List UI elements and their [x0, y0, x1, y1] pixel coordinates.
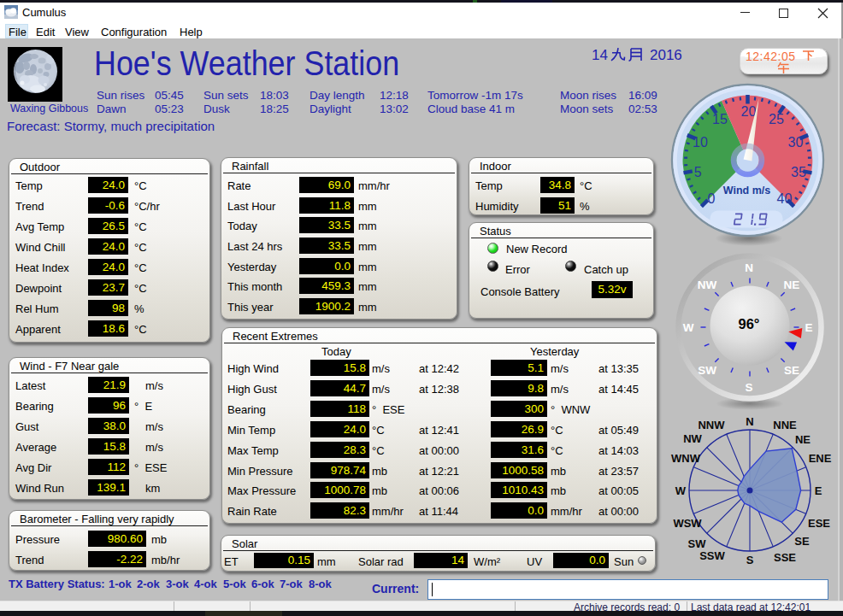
- svg-text:W: W: [675, 484, 687, 497]
- svg-text:SSE: SSE: [774, 551, 796, 564]
- svg-text:E: E: [815, 484, 822, 497]
- svg-text:SE: SE: [784, 364, 799, 377]
- svg-text:35: 35: [791, 165, 806, 179]
- svg-text:25: 25: [769, 112, 784, 126]
- svg-text:WNW: WNW: [671, 452, 701, 465]
- svg-text:N: N: [746, 415, 753, 428]
- svg-text:NW: NW: [698, 279, 717, 291]
- svg-text:NE: NE: [784, 279, 800, 291]
- svg-text:W: W: [683, 321, 694, 334]
- svg-text:10: 10: [693, 135, 708, 150]
- svg-text:ESE: ESE: [808, 517, 830, 530]
- svg-text:SSW: SSW: [699, 549, 725, 562]
- svg-text:SW: SW: [688, 537, 707, 550]
- svg-text:S: S: [745, 381, 752, 394]
- svg-text:Wind m/s: Wind m/s: [722, 185, 769, 197]
- svg-text:NE: NE: [795, 433, 811, 446]
- svg-text:SW: SW: [698, 364, 716, 377]
- svg-text:0: 0: [707, 191, 715, 206]
- svg-text:15: 15: [712, 112, 728, 126]
- svg-text:96°: 96°: [739, 316, 760, 331]
- svg-text:5: 5: [693, 165, 701, 179]
- svg-text:NNE: NNE: [773, 419, 797, 431]
- svg-text:S: S: [746, 554, 754, 566]
- svg-text:20: 20: [740, 104, 756, 119]
- svg-text:30: 30: [787, 135, 803, 150]
- svg-text:WSW: WSW: [673, 517, 702, 530]
- svg-text:NNW: NNW: [698, 419, 725, 431]
- svg-text:NW: NW: [683, 432, 702, 445]
- svg-text:N: N: [745, 261, 753, 274]
- svg-text:SE: SE: [794, 535, 810, 548]
- svg-text:40: 40: [776, 191, 792, 206]
- svg-text:ENE: ENE: [809, 452, 832, 465]
- svg-text:E: E: [805, 321, 812, 334]
